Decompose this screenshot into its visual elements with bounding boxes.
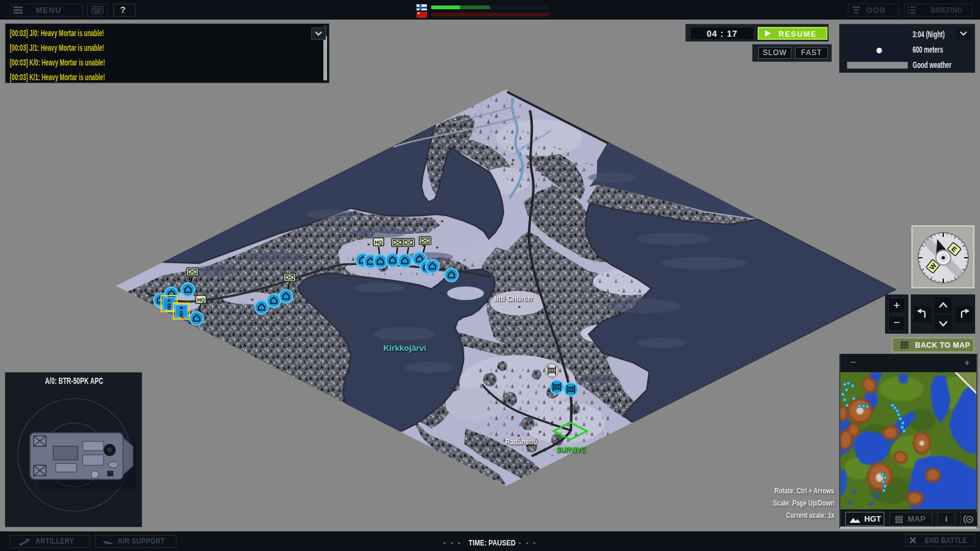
svg-text:Radansuu: Radansuu — [505, 437, 537, 446]
svg-text:Iitti Church: Iitti Church — [494, 294, 532, 303]
svg-text:Kirkkojärvi: Kirkkojärvi — [383, 343, 426, 353]
svg-text:HQ: HQ — [197, 297, 205, 303]
svg-text:HQ: HQ — [375, 239, 383, 246]
svg-text:SURVIVE: SURVIVE — [556, 445, 586, 454]
